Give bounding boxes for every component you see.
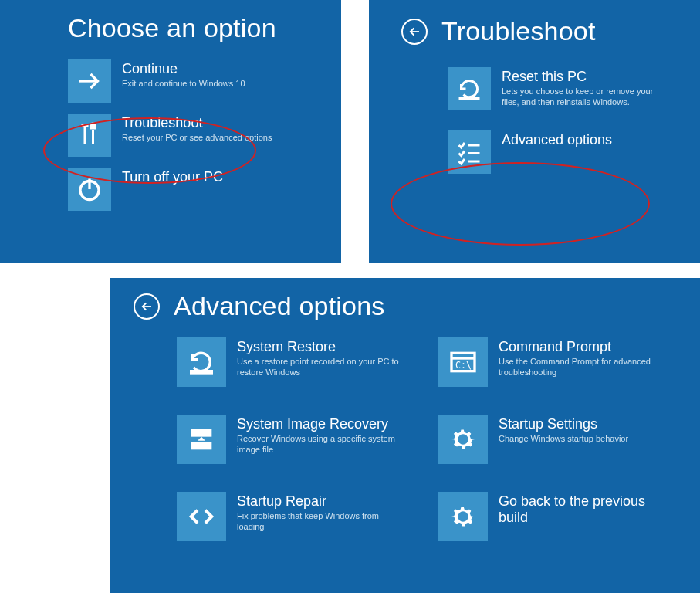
checklist-icon <box>448 130 491 174</box>
tools-icon <box>68 114 111 157</box>
tile-title: System Restore <box>237 339 399 355</box>
tile-system-restore[interactable]: System Restore Use a restore point recor… <box>177 337 423 387</box>
panel-title-row: Choose an option <box>68 14 320 42</box>
tile-startup-repair[interactable]: Startup Repair Fix problems that keep Wi… <box>177 492 423 541</box>
tile-sub: Lets you choose to keep or remove your f… <box>502 86 664 108</box>
back-button[interactable] <box>401 19 428 45</box>
svg-rect-3 <box>92 130 94 144</box>
tile-startup-settings[interactable]: Startup Settings Change Windows startup … <box>438 415 685 464</box>
tile-sub: Use the Command Prompt for advanced trou… <box>499 357 661 378</box>
tile-turn-off[interactable]: Turn off your PC <box>68 168 320 211</box>
tile-text: System Restore Use a restore point recor… <box>237 337 399 378</box>
panel-title-row: Troubleshoot <box>401 17 685 46</box>
tile-text: Startup Repair Fix problems that keep Wi… <box>237 492 399 532</box>
terminal-icon: C:\ <box>438 337 488 387</box>
tile-text: Advanced options <box>502 130 612 148</box>
reset-icon <box>448 67 491 110</box>
svg-rect-7 <box>459 97 480 101</box>
panel-advanced-options: Advanced options System Restore Use a re… <box>110 278 700 593</box>
tile-title: System Image Recovery <box>237 416 399 432</box>
gear-icon <box>438 492 488 541</box>
code-icon <box>177 492 226 541</box>
tile-text: Command Prompt Use the Command Prompt fo… <box>499 337 661 378</box>
tile-title: Continue <box>122 61 245 77</box>
tile-sub: Reset your PC or see advanced options <box>122 133 272 144</box>
panel-choose-option: Choose an option Continue Exit and conti… <box>0 0 341 263</box>
svg-rect-12 <box>190 370 213 375</box>
tile-title: Reset this PC <box>502 69 664 85</box>
arrow-left-icon <box>407 25 421 39</box>
tile-text: System Image Recovery Recover Windows us… <box>237 415 399 455</box>
tile-text: Troubleshoot Reset your PC or see advanc… <box>122 114 272 143</box>
tile-command-prompt[interactable]: C:\ Command Prompt Use the Command Promp… <box>438 337 685 387</box>
restore-icon <box>177 337 226 387</box>
panel-troubleshoot: Troubleshoot Reset this PC Lets you choo… <box>369 0 700 263</box>
tile-title: Advanced options <box>502 132 612 148</box>
svg-rect-2 <box>82 124 89 127</box>
tile-title: Startup Settings <box>499 416 628 432</box>
tiles-grid: System Restore Use a restore point recor… <box>177 337 685 552</box>
tile-title: Command Prompt <box>499 339 661 355</box>
tile-text: Continue Exit and continue to Windows 10 <box>122 59 245 89</box>
tile-previous-build[interactable]: Go back to the previous build <box>438 492 685 541</box>
tile-text: Reset this PC Lets you choose to keep or… <box>502 67 664 107</box>
tile-sub: Fix problems that keep Windows from load… <box>237 511 399 533</box>
tile-text: Startup Settings Change Windows startup … <box>499 415 628 444</box>
tile-sub: Change Windows startup behavior <box>499 434 628 445</box>
tile-title: Troubleshoot <box>122 115 272 131</box>
arrow-right-icon <box>68 59 111 103</box>
disk-image-icon <box>177 415 226 464</box>
tile-title: Startup Repair <box>237 493 399 510</box>
tile-reset-pc[interactable]: Reset this PC Lets you choose to keep or… <box>448 67 685 110</box>
svg-rect-17 <box>191 442 212 450</box>
tile-text: Turn off your PC <box>122 168 223 185</box>
svg-marker-18 <box>198 437 205 441</box>
tile-title: Turn off your PC <box>122 169 223 185</box>
arrow-left-icon <box>140 300 154 313</box>
tile-text: Go back to the previous build <box>499 492 661 525</box>
gear-icon <box>438 415 488 464</box>
svg-rect-16 <box>191 429 212 437</box>
svg-rect-1 <box>84 126 86 144</box>
page-title: Advanced options <box>174 292 385 320</box>
tile-title: Go back to the previous build <box>499 493 661 525</box>
tile-advanced-options[interactable]: Advanced options <box>448 130 685 174</box>
tile-sub: Recover Windows using a specific system … <box>237 434 399 456</box>
power-icon <box>68 168 111 211</box>
page-title: Choose an option <box>68 14 276 42</box>
page-title: Troubleshoot <box>441 17 596 46</box>
svg-text:C:\: C:\ <box>455 361 472 371</box>
tile-sub: Use a restore point recorded on your PC … <box>237 357 399 378</box>
tile-troubleshoot[interactable]: Troubleshoot Reset your PC or see advanc… <box>68 114 320 157</box>
panel-title-row: Advanced options <box>134 292 685 320</box>
tile-continue[interactable]: Continue Exit and continue to Windows 10 <box>68 59 320 103</box>
tile-sub: Exit and continue to Windows 10 <box>122 79 245 90</box>
tile-system-image-recovery[interactable]: System Image Recovery Recover Windows us… <box>177 415 423 464</box>
back-button[interactable] <box>134 293 160 320</box>
